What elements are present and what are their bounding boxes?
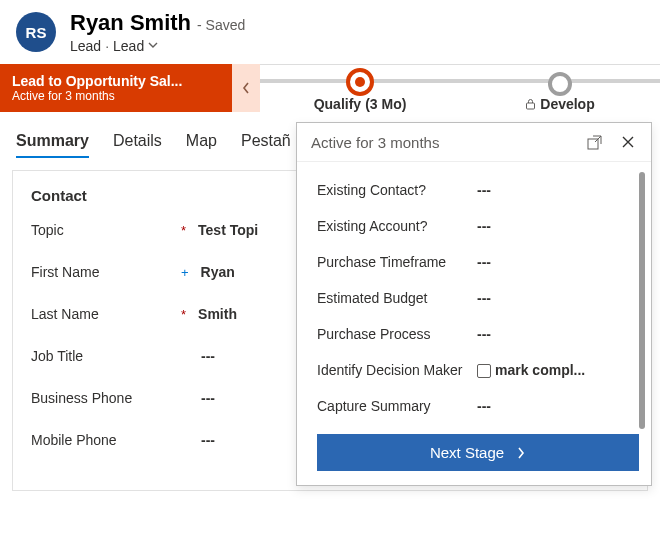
- process-duration: Active for 3 months: [12, 89, 220, 103]
- step-estimated-budget[interactable]: Estimated Budget ---: [317, 290, 639, 306]
- step-purchase-timeframe[interactable]: Purchase Timeframe ---: [317, 254, 639, 270]
- svg-rect-0: [527, 103, 535, 109]
- tab-details[interactable]: Details: [113, 126, 162, 158]
- step-value: ---: [477, 218, 491, 234]
- step-value: mark compl...: [477, 362, 585, 378]
- close-icon[interactable]: [619, 133, 637, 151]
- next-stage-label: Next Stage: [430, 444, 504, 461]
- stage-label: Qualify: [314, 96, 361, 112]
- field-value: ---: [201, 390, 215, 406]
- entity-type: Lead: [70, 38, 101, 54]
- field-value: Smith: [198, 306, 237, 322]
- step-existing-contact[interactable]: Existing Contact? ---: [317, 182, 639, 198]
- stage-qualify[interactable]: Qualify (3 Mo): [260, 68, 460, 112]
- step-capture-summary[interactable]: Capture Summary ---: [317, 398, 639, 414]
- flyout-title: Active for 3 months: [311, 134, 439, 151]
- step-label: Capture Summary: [317, 398, 477, 414]
- stage-indicator-icon: [548, 72, 572, 96]
- process-name: Lead to Opportunity Sal...: [12, 73, 220, 89]
- stage-indicator-icon: [346, 68, 374, 96]
- form-selector-label: Lead: [113, 38, 144, 54]
- checkbox-label: mark compl...: [495, 362, 585, 378]
- next-stage-button[interactable]: Next Stage: [317, 434, 639, 471]
- stage-develop[interactable]: Develop: [460, 68, 660, 112]
- step-value: ---: [477, 182, 491, 198]
- step-value: ---: [477, 290, 491, 306]
- checkbox-icon[interactable]: [477, 364, 491, 378]
- tab-pestan[interactable]: Pestañ: [241, 126, 291, 158]
- chevron-left-icon: [241, 81, 251, 95]
- step-identify-decision-maker[interactable]: Identify Decision Maker mark compl...: [317, 362, 639, 378]
- recommended-icon: +: [181, 265, 201, 280]
- required-icon: *: [181, 307, 198, 322]
- step-value: ---: [477, 398, 491, 414]
- step-value: ---: [477, 326, 491, 342]
- step-label: Purchase Timeframe: [317, 254, 477, 270]
- required-icon: *: [181, 223, 198, 238]
- field-label: Business Phone: [31, 390, 181, 406]
- popout-icon[interactable]: [585, 133, 603, 151]
- step-purchase-process[interactable]: Purchase Process ---: [317, 326, 639, 342]
- field-value: Test Topi: [198, 222, 258, 238]
- field-label: Topic: [31, 222, 181, 238]
- stage-flyout: Active for 3 months Existing Contact? --…: [296, 122, 652, 486]
- scrollbar[interactable]: [639, 172, 645, 429]
- step-label: Existing Account?: [317, 218, 477, 234]
- stage-label: Develop: [540, 96, 594, 112]
- field-value: ---: [201, 432, 215, 448]
- process-banner[interactable]: Lead to Opportunity Sal... Active for 3 …: [0, 64, 232, 112]
- saved-status: - Saved: [197, 17, 245, 33]
- field-label: First Name: [31, 264, 181, 280]
- separator: ·: [105, 38, 109, 54]
- process-back-button[interactable]: [232, 64, 260, 112]
- step-label: Existing Contact?: [317, 182, 477, 198]
- step-existing-account[interactable]: Existing Account? ---: [317, 218, 639, 234]
- step-value: ---: [477, 254, 491, 270]
- field-value: ---: [201, 348, 215, 364]
- chevron-down-icon: [148, 40, 158, 50]
- chevron-right-icon: [516, 446, 526, 460]
- tab-summary[interactable]: Summary: [16, 126, 89, 158]
- lock-icon: [525, 98, 536, 110]
- form-selector[interactable]: Lead: [113, 38, 158, 54]
- field-label: Job Title: [31, 348, 181, 364]
- avatar[interactable]: RS: [16, 12, 56, 52]
- tab-map[interactable]: Map: [186, 126, 217, 158]
- step-label: Identify Decision Maker: [317, 362, 477, 378]
- step-label: Purchase Process: [317, 326, 477, 342]
- step-label: Estimated Budget: [317, 290, 477, 306]
- field-label: Mobile Phone: [31, 432, 181, 448]
- field-value: Ryan: [201, 264, 235, 280]
- record-name: Ryan Smith: [70, 10, 191, 36]
- field-label: Last Name: [31, 306, 181, 322]
- stage-duration: (3 Mo): [365, 96, 406, 112]
